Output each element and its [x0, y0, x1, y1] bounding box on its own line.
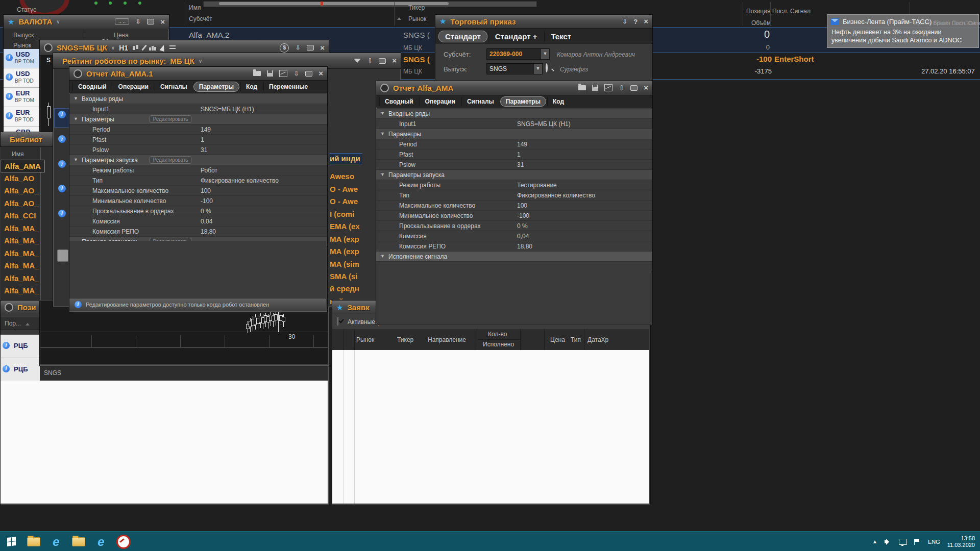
col-date[interactable]: ДатаХр	[587, 336, 608, 343]
subaccount-select[interactable]: 220369-000 ▼	[486, 48, 550, 60]
taskbar-folder-icon[interactable]	[67, 532, 90, 551]
col-market[interactable]: Рынок	[408, 15, 426, 22]
robot-name-fragment[interactable]: O - Awe	[330, 185, 358, 193]
col-ticker[interactable]: Тикер	[408, 4, 425, 11]
close-icon[interactable]: ×	[392, 58, 397, 64]
col-direction[interactable]: Направление	[428, 336, 466, 343]
param-row[interactable]: Максимальное количество 100	[69, 186, 327, 196]
param-row[interactable]: Input1 SNGS=МБ ЦК (H1)	[376, 119, 652, 129]
col-market[interactable]: Рынок	[13, 42, 31, 49]
library-item[interactable]: Alfa_AMA	[1, 160, 45, 172]
scrollbar-thumb[interactable]	[57, 249, 68, 262]
chevron-down-icon[interactable]: ∨	[111, 45, 115, 51]
currency-titlebar[interactable]: ★ ВАЛЮТА ∨ →← ⇩ ×	[4, 15, 169, 29]
col-position[interactable]: Позиция	[746, 8, 770, 15]
pin-down-icon[interactable]: ⇩	[135, 18, 141, 26]
order-tab[interactable]: Стандарт	[438, 31, 487, 42]
library-item[interactable]: Alfa_AO_	[1, 185, 44, 197]
favorite-star-icon[interactable]: ★	[439, 17, 446, 26]
filter-icon[interactable]	[354, 59, 361, 63]
start-button[interactable]	[0, 532, 22, 551]
param-row[interactable]: Комиссия 0,04	[69, 216, 327, 227]
chevron-down-icon[interactable]: ∨	[56, 19, 60, 24]
search-icon[interactable]	[546, 63, 548, 72]
draw-pencil-icon[interactable]	[141, 45, 147, 51]
close-icon[interactable]: ×	[644, 85, 648, 91]
library-item[interactable]: Alfa_MA_	[1, 247, 44, 260]
trade-order-titlebar[interactable]: ★ Торговый приказ ⇩ ? ×	[435, 15, 652, 29]
robot-name-fragment[interactable]: й средн	[330, 284, 359, 293]
dock-icon[interactable]: →←	[115, 18, 129, 25]
save-icon[interactable]	[267, 70, 273, 77]
issue-select[interactable]: SNGS ▼	[486, 63, 543, 74]
chevron-down-icon[interactable]: ∨	[199, 58, 202, 64]
robot-name-fragment[interactable]: MA (exp	[330, 247, 359, 256]
library-item[interactable]: Alfa_CCI	[1, 210, 44, 222]
active-checkbox[interactable]	[337, 317, 338, 325]
report-tab[interactable]: Сигналы	[155, 82, 192, 91]
collapse-triangle-icon[interactable]: ▼	[380, 131, 385, 136]
info-icon[interactable]	[3, 365, 10, 372]
news-notification[interactable]: Бизнес-Лента (Прайм-ТАСС) Время Посл. Си…	[827, 14, 979, 48]
action-center-flag-icon[interactable]	[914, 539, 921, 545]
minimize-icon[interactable]	[630, 85, 638, 91]
param-row[interactable]: Минимальное количество -100	[376, 211, 652, 221]
robot-name-fragment[interactable]: I (comi	[330, 210, 354, 218]
currency-row[interactable]: USD BP TOM	[4, 49, 40, 68]
param-row[interactable]: ▼ Входные ряды	[69, 94, 327, 104]
close-icon[interactable]: ×	[160, 19, 165, 25]
param-row[interactable]: Pfast 1	[376, 149, 652, 160]
taskbar-explorer-icon[interactable]	[22, 532, 45, 551]
info-icon[interactable]	[58, 111, 66, 118]
info-icon[interactable]	[3, 342, 10, 349]
library-item[interactable]: Alfa_MA_	[1, 235, 44, 247]
candles-icon[interactable]	[132, 44, 139, 52]
report1-titlebar[interactable]: Отчет Alfa_AMA.1 ⇩ ×	[69, 67, 327, 81]
library-item[interactable]: Alfa_AO	[1, 172, 44, 185]
col-last-signal[interactable]: Посл. Сигнал	[772, 8, 811, 15]
report-tab[interactable]: Параметры	[500, 96, 546, 107]
close-icon[interactable]: ×	[318, 70, 323, 77]
help-icon[interactable]: ?	[633, 18, 638, 26]
param-row[interactable]: Комиссия 0,04	[376, 231, 652, 241]
minimize-icon[interactable]	[307, 45, 314, 51]
position-row[interactable]: РЦБ	[1, 358, 40, 382]
col-ticker[interactable]: Тикер	[397, 336, 413, 343]
param-row[interactable]: Тип Фиксированное количество	[376, 190, 652, 201]
param-row[interactable]: Комиссия РЕПО 18,80	[376, 241, 652, 252]
report2-titlebar[interactable]: Отчет Alfa_AMA ⇩ ×	[376, 81, 652, 95]
info-icon[interactable]	[58, 135, 66, 143]
param-row[interactable]: Тип Фиксированное количество	[69, 176, 327, 186]
col-status[interactable]: Статус	[17, 6, 36, 13]
indicator-icon[interactable]	[149, 44, 156, 52]
order-tab[interactable]: Стандарт +	[488, 31, 544, 42]
col-qty[interactable]: Кол-во	[488, 331, 507, 338]
collapse-triangle-icon[interactable]: ▼	[380, 172, 385, 177]
volume-icon[interactable]	[885, 539, 892, 545]
library-item[interactable]: Alfa_MA_	[1, 285, 44, 297]
col-price[interactable]: Цена	[550, 336, 565, 343]
minimize-icon[interactable]	[379, 58, 386, 64]
info-icon[interactable]	[58, 160, 66, 168]
collapse-triangle-icon[interactable]: ▼	[380, 254, 385, 259]
param-row[interactable]: Комиссия РЕПО 18,80	[69, 227, 327, 237]
open-folder-icon[interactable]	[253, 71, 261, 76]
param-row[interactable]: Period 149	[69, 124, 327, 135]
minimize-icon[interactable]	[147, 19, 154, 24]
col-type[interactable]: Тип	[571, 336, 581, 343]
report-tab[interactable]: Сводный	[72, 82, 112, 91]
pin-down-icon[interactable]: ⇩	[367, 57, 373, 65]
robot-name-fragment[interactable]: MA (sim	[330, 260, 359, 268]
report-tab[interactable]: Код	[240, 82, 262, 91]
param-row[interactable]: Режим работы Тестирование	[376, 180, 652, 190]
library-item[interactable]: Alfa_MA_	[1, 272, 44, 285]
close-icon[interactable]: ×	[644, 18, 648, 24]
param-row[interactable]: Pslow 31	[376, 160, 652, 170]
order-tab[interactable]: Текст	[544, 31, 577, 42]
pin-down-icon[interactable]: ⇩	[293, 70, 299, 78]
collapse-triangle-icon[interactable]: ▼	[380, 111, 385, 116]
library-item[interactable]: Alfa_MA_	[1, 260, 44, 272]
currency-row[interactable]: EUR BP TOD	[4, 107, 40, 127]
pin-down-icon[interactable]: ⇩	[295, 44, 301, 52]
report-tab[interactable]: Код	[547, 97, 569, 106]
